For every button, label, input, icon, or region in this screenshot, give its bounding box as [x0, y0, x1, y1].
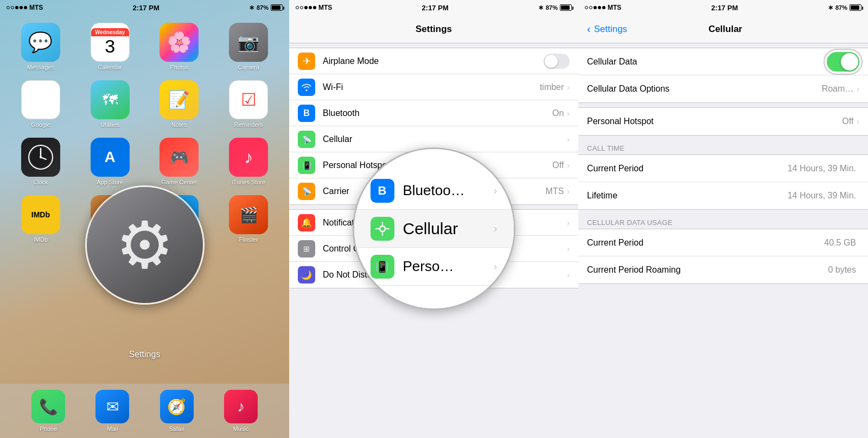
personal-hotspot-value: Off [842, 117, 853, 126]
wifi-value: timber [540, 82, 564, 92]
call-time-lifetime-value: 14 Hours, 39 Min. [788, 191, 856, 201]
phone-icon: 📞 [31, 390, 65, 423]
magnify-overlay: B Bluetoo… › Cellular › [353, 147, 515, 310]
safari-icon: 🧭 [160, 390, 194, 423]
airplane-mode-row[interactable]: ✈ Airplane Mode [289, 48, 578, 74]
bluetooth-label: Bluetooth [323, 108, 552, 118]
flixster-label: Flixster [239, 236, 258, 243]
app-gamecenter[interactable]: 🎮 Game Center [150, 138, 209, 185]
battery-icon-3 [850, 4, 861, 11]
magnify-bluetooth: B Bluetoo… › [354, 172, 514, 210]
app-calendar[interactable]: Wednesday 3 Calendar [80, 23, 140, 70]
cellular-data-options-value: Roam… [822, 84, 854, 94]
settings-nav-title: Settings [416, 24, 452, 35]
battery-icon-2 [560, 4, 572, 11]
signal-icon-2 [296, 6, 316, 9]
carrier-value: MTS [546, 186, 564, 196]
time-label-2: 2:17 PM [422, 4, 449, 12]
app-clock[interactable]: Clock [11, 138, 71, 185]
app-notes[interactable]: 📝 Notes [150, 80, 209, 128]
svg-text:📡: 📡 [302, 136, 312, 145]
magnify-hotspot-label: Perso… [403, 258, 454, 275]
cellular-data-row[interactable]: Cellular Data [578, 48, 868, 75]
settings-app-zoomed[interactable]: ⚙ [85, 185, 205, 305]
status-bar-2-right: ∗ 87% [538, 4, 572, 11]
maps-label: Utilities [100, 121, 119, 128]
itunes-icon: ♪ [229, 138, 268, 177]
google-label: Google [31, 121, 50, 128]
cellular-data-toggle[interactable] [827, 52, 859, 72]
call-time-current-label: Current Period [587, 164, 788, 173]
call-time-current-value: 14 Hours, 39 Min. [788, 164, 856, 173]
phone-label: Phone [40, 426, 57, 432]
reminders-icon: ☑ [229, 80, 268, 119]
app-messages[interactable]: 💬 Messages [11, 23, 71, 70]
status-bar: MTS 2:17 PM ∗ 87% [0, 0, 289, 15]
carrier-icon: 📡 [298, 183, 315, 200]
data-usage-current-row: Current Period 40.5 GB [578, 229, 868, 256]
magnify-cellular-icon [371, 217, 394, 241]
cellular-icon: 📡 [298, 131, 315, 148]
app-imdb[interactable]: IMDb IMDb [11, 195, 71, 243]
cellular-data-options-row[interactable]: Cellular Data Options Roam… › [578, 75, 868, 102]
control-center-icon: ⊞ [298, 240, 315, 257]
call-time-header: CALL TIME [578, 140, 868, 154]
magnify-cellular-chevron: › [494, 222, 497, 235]
status-bar-3-right: ∗ 87% [828, 4, 861, 11]
appstore-icon: A [91, 138, 130, 177]
imdb-icon: IMDb [21, 195, 60, 234]
time-label-3: 2:17 PM [711, 4, 738, 12]
dock-mail[interactable]: ✉ Mail [95, 390, 129, 432]
hotspot-chevron: › [567, 161, 570, 170]
dock-phone[interactable]: 📞 Phone [31, 390, 65, 432]
music-icon: ♪ [224, 390, 258, 423]
appstore-label: App Store [97, 179, 123, 185]
app-itunes[interactable]: ♪ iTunes Store [219, 138, 278, 185]
separator-top [578, 43, 868, 48]
safari-label: Safari [169, 426, 184, 432]
cellular-data-options-chevron: › [857, 85, 859, 93]
personal-hotspot-row[interactable]: Personal Hotspot Off › [578, 108, 868, 135]
app-google[interactable]: G Google [11, 80, 71, 128]
data-usage-current-label: Current Period [587, 238, 824, 248]
carrier-label-3: MTS [608, 4, 621, 11]
personal-hotspot-label: Personal Hotspot [587, 117, 842, 126]
magnify-cellular: Cellular › [354, 210, 514, 248]
carrier-chevron: › [567, 187, 570, 196]
calendar-label: Calendar [98, 64, 122, 70]
app-maps[interactable]: 🗺 Utilities [80, 80, 140, 128]
data-usage-roaming-row: Current Period Roaming 0 bytes [578, 256, 868, 284]
do-not-disturb-chevron: › [567, 270, 570, 279]
wifi-row[interactable]: Wi-Fi timber › [289, 74, 578, 100]
app-photos[interactable]: 🌸 Photos [150, 23, 209, 70]
personal-hotspot-chevron: › [857, 117, 859, 126]
magnify-hotspot-icon: 📳 [371, 255, 394, 279]
airplane-toggle[interactable] [544, 54, 570, 69]
back-label[interactable]: Settings [594, 24, 627, 35]
call-time-lifetime-row: Lifetime 14 Hours, 39 Min. [578, 182, 868, 209]
notes-label: Notes [171, 121, 187, 128]
back-arrow-icon[interactable]: ‹ [587, 23, 591, 35]
dock-music[interactable]: ♪ Music [224, 390, 258, 432]
bluetooth-icon-3: ∗ [828, 4, 833, 11]
photos-label: Photos [170, 64, 188, 70]
app-camera[interactable]: 📷 Camera [219, 23, 278, 70]
data-usage-section: Current Period 40.5 GB Current Period Ro… [578, 229, 868, 284]
ios-home-screen: MTS 2:17 PM ∗ 87% 💬 Messages Wednesday 3… [0, 0, 289, 438]
app-flixster[interactable]: 🎬 Flixster [219, 195, 278, 243]
app-appstore[interactable]: A App Store [80, 138, 140, 185]
airplane-label: Airplane Mode [323, 56, 544, 66]
cellular-data-section: Cellular Data Cellular Data Options Roam… [578, 48, 868, 103]
dock-safari[interactable]: 🧭 Safari [160, 390, 194, 432]
notifications-chevron: › [567, 218, 570, 227]
mail-label: Mail [107, 426, 118, 432]
bluetooth-row[interactable]: B Bluetooth On › [289, 100, 578, 126]
carrier-label-2: MTS [318, 4, 332, 11]
gamecenter-icon: 🎮 [159, 138, 199, 177]
magnify-bluetooth-label: Bluetoo… [403, 182, 465, 199]
cellular-nav-bar: ‹ Settings Cellular [578, 15, 868, 43]
cellular-data-options-label: Cellular Data Options [587, 84, 822, 94]
battery-percent: 87% [257, 4, 269, 11]
bluetooth-chevron: › [567, 109, 570, 118]
app-reminders[interactable]: ☑ Reminders [219, 80, 278, 128]
